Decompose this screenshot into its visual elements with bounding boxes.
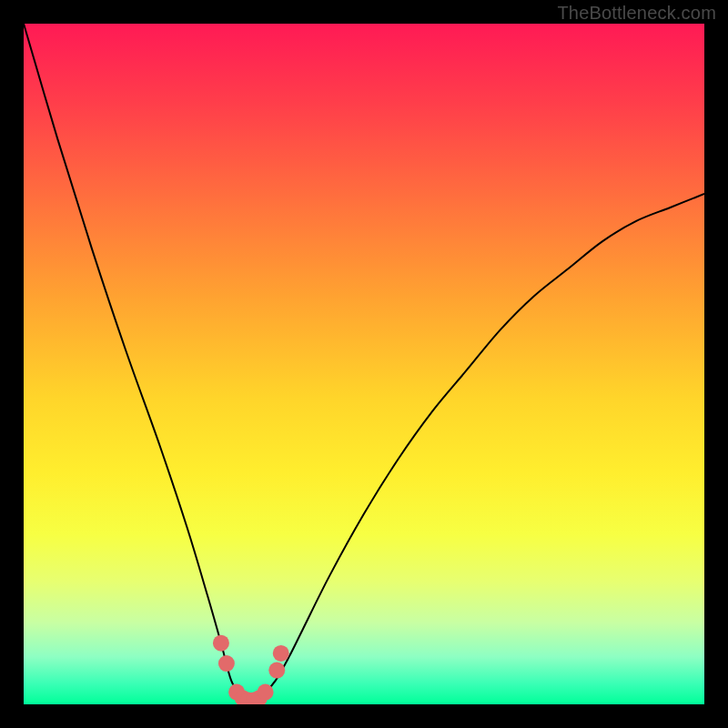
watermark-text: TheBottleneck.com: [557, 3, 716, 24]
marker-right-upper: [273, 645, 289, 662]
bottleneck-curve: [24, 24, 704, 701]
chart-frame: [24, 24, 704, 704]
marker-floor-6: [258, 684, 274, 701]
marker-left-upper: [213, 635, 229, 652]
marker-left-lower: [218, 655, 235, 672]
bottleneck-plot: [24, 24, 704, 704]
marker-right-lower: [268, 662, 285, 679]
curve-markers: [213, 635, 289, 704]
